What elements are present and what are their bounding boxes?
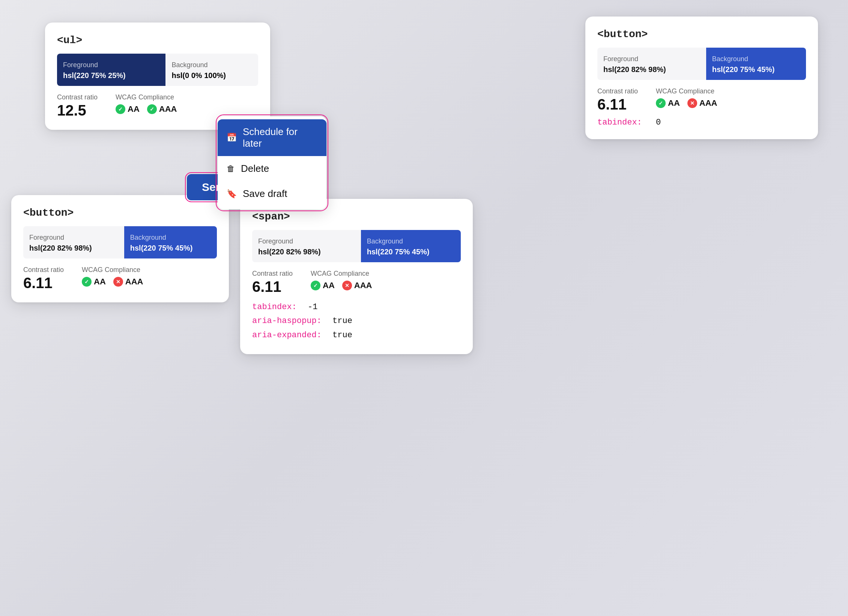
button-top-contrast-value: 6.11: [597, 97, 638, 112]
schedule-label: Schedule for later: [243, 126, 317, 149]
ul-wcag-group: WCAG Compliance ✓ AA ✓ AAA: [116, 93, 177, 114]
button-top-wcag-group: WCAG Compliance ✓ AA ✕ AAA: [656, 87, 717, 108]
button-bottom-contrast-value: 6.11: [23, 275, 64, 290]
ul-wcag-aaa-badge: ✓ AAA: [147, 104, 177, 114]
button-bottom-wcag-items: ✓ AA ✕ AAA: [82, 277, 143, 287]
bookmark-icon: 🔖: [227, 189, 237, 199]
save-draft-menu-item[interactable]: 🔖 Save draft: [218, 181, 326, 206]
span-contrast-group: Contrast ratio 6.11: [252, 270, 293, 294]
button-top-swatches: Foreground hsl(220 82% 98%) Background h…: [597, 48, 806, 80]
calendar-icon: 📅: [227, 133, 237, 143]
span-aaa-badge: ✕ AAA: [342, 281, 372, 290]
ul-fg-value: hsl(220 75% 25%): [63, 71, 159, 80]
span-contrast-label: Contrast ratio: [252, 270, 293, 278]
ul-contrast-value: 12.5: [57, 103, 98, 118]
button-bottom-aa-icon: ✓: [82, 277, 92, 287]
span-expanded-key: aria-expanded:: [252, 331, 322, 340]
button-top-aa-icon: ✓: [656, 98, 666, 108]
span-expanded-val: true: [332, 331, 352, 340]
span-bg-value: hsl(220 75% 45%): [367, 248, 455, 256]
button-bottom-fg-value: hsl(220 82% 98%): [29, 244, 118, 252]
ul-contrast-group: Contrast ratio 12.5: [57, 93, 98, 118]
button-top-aa-label: AA: [668, 98, 680, 108]
button-card-bottom: <button> Foreground hsl(220 82% 98%) Bac…: [11, 195, 229, 302]
span-aaa-label: AAA: [354, 281, 372, 290]
ul-bg-value: hsl(0 0% 100%): [171, 71, 252, 80]
button-top-card-title: <button>: [597, 29, 806, 40]
span-aa-label: AA: [323, 281, 335, 290]
ul-contrast-label: Contrast ratio: [57, 93, 98, 101]
button-top-bg-swatch: Background hsl(220 75% 45%): [706, 48, 806, 80]
span-fg-value: hsl(220 82% 98%): [258, 248, 355, 256]
ul-aaa-label: AAA: [159, 104, 177, 114]
ul-wcag-aa-badge: ✓ AA: [116, 104, 140, 114]
button-bottom-contrast-label: Contrast ratio: [23, 266, 64, 274]
button-bottom-aa-label: AA: [94, 277, 106, 287]
button-top-wcag-items: ✓ AA ✕ AAA: [656, 98, 717, 108]
ul-foreground-swatch: Foreground hsl(220 75% 25%): [57, 54, 165, 86]
span-aaa-icon: ✕: [342, 281, 352, 290]
span-aa-badge: ✓ AA: [311, 281, 335, 290]
button-bottom-wcag-label: WCAG Compliance: [82, 266, 143, 274]
button-top-aaa-badge: ✕ AAA: [687, 98, 717, 108]
span-wcag-group: WCAG Compliance ✓ AA ✕ AAA: [311, 270, 372, 290]
button-bottom-fg-label: Foreground: [29, 234, 118, 242]
ul-wcag-label: WCAG Compliance: [116, 93, 177, 101]
span-tabindex-row: tabindex: -1: [252, 300, 461, 314]
span-tabindex-val: -1: [308, 302, 317, 312]
trash-icon: 🗑: [227, 164, 235, 174]
span-haspopup-val: true: [332, 316, 352, 326]
span-haspopup-row: aria-haspopup: true: [252, 314, 461, 328]
span-aa-icon: ✓: [311, 281, 320, 290]
button-top-tabindex-val: 0: [656, 118, 661, 127]
button-top-tabindex-key: tabindex:: [597, 118, 642, 127]
button-top-fg-label: Foreground: [603, 55, 700, 63]
ul-aaa-check-icon: ✓: [147, 104, 157, 114]
button-top-aa-badge: ✓ AA: [656, 98, 680, 108]
ul-card: <ul> Foreground hsl(220 75% 25%) Backgro…: [45, 23, 270, 130]
schedule-menu-item[interactable]: 📅 Schedule for later: [218, 119, 326, 156]
ul-fg-label: Foreground: [63, 61, 159, 69]
span-expanded-row: aria-expanded: true: [252, 328, 461, 342]
span-card-swatches: Foreground hsl(220 82% 98%) Background h…: [252, 230, 461, 262]
button-bottom-aaa-label: AAA: [125, 277, 143, 287]
span-card-title: <span>: [252, 211, 461, 222]
button-top-tabindex-row: tabindex: 0: [597, 118, 806, 127]
button-top-contrast-group: Contrast ratio 6.11: [597, 87, 638, 112]
button-top-aaa-icon: ✕: [687, 98, 697, 108]
save-draft-label: Save draft: [243, 188, 287, 200]
button-bottom-aaa-icon: ✕: [113, 277, 123, 287]
ul-card-stats: Contrast ratio 12.5 WCAG Compliance ✓ AA…: [57, 93, 258, 118]
button-top-contrast-label: Contrast ratio: [597, 87, 638, 95]
button-bottom-bg-value: hsl(220 75% 45%): [130, 244, 211, 252]
button-top-wcag-label: WCAG Compliance: [656, 87, 717, 95]
ul-background-swatch: Background hsl(0 0% 100%): [165, 54, 258, 86]
button-bottom-bg-label: Background: [130, 234, 211, 242]
dropdown-menu[interactable]: 📅 Schedule for later 🗑 Delete 🔖 Save dra…: [218, 116, 326, 209]
span-wcag-items: ✓ AA ✕ AAA: [311, 281, 372, 290]
button-top-bg-label: Background: [712, 55, 800, 63]
span-bg-swatch: Background hsl(220 75% 45%): [361, 230, 461, 262]
ul-wcag-items: ✓ AA ✓ AAA: [116, 104, 177, 114]
button-top-stats: Contrast ratio 6.11 WCAG Compliance ✓ AA…: [597, 87, 806, 112]
button-card-top: <button> Foreground hsl(220 82% 98%) Bac…: [585, 17, 818, 139]
span-fg-swatch: Foreground hsl(220 82% 98%): [252, 230, 361, 262]
button-bottom-aa-badge: ✓ AA: [82, 277, 106, 287]
delete-menu-item[interactable]: 🗑 Delete: [218, 156, 326, 181]
span-contrast-value: 6.11: [252, 279, 293, 294]
button-bottom-card-title: <button>: [23, 207, 217, 219]
button-bottom-swatches: Foreground hsl(220 82% 98%) Background h…: [23, 226, 217, 258]
ul-aa-label: AA: [128, 104, 140, 114]
span-tabindex-key: tabindex:: [252, 302, 297, 312]
ul-color-swatches: Foreground hsl(220 75% 25%) Background h…: [57, 54, 258, 86]
button-bottom-aaa-badge: ✕ AAA: [113, 277, 143, 287]
span-bg-label: Background: [367, 237, 455, 245]
ul-aa-check-icon: ✓: [116, 104, 125, 114]
button-top-bg-value: hsl(220 75% 45%): [712, 65, 800, 74]
button-bottom-bg-swatch: Background hsl(220 75% 45%): [124, 226, 217, 258]
span-card-stats: Contrast ratio 6.11 WCAG Compliance ✓ AA…: [252, 270, 461, 294]
button-bottom-stats: Contrast ratio 6.11 WCAG Compliance ✓ AA…: [23, 266, 217, 290]
delete-label: Delete: [241, 163, 269, 174]
ul-bg-label: Background: [171, 61, 252, 69]
span-wcag-label: WCAG Compliance: [311, 270, 372, 278]
